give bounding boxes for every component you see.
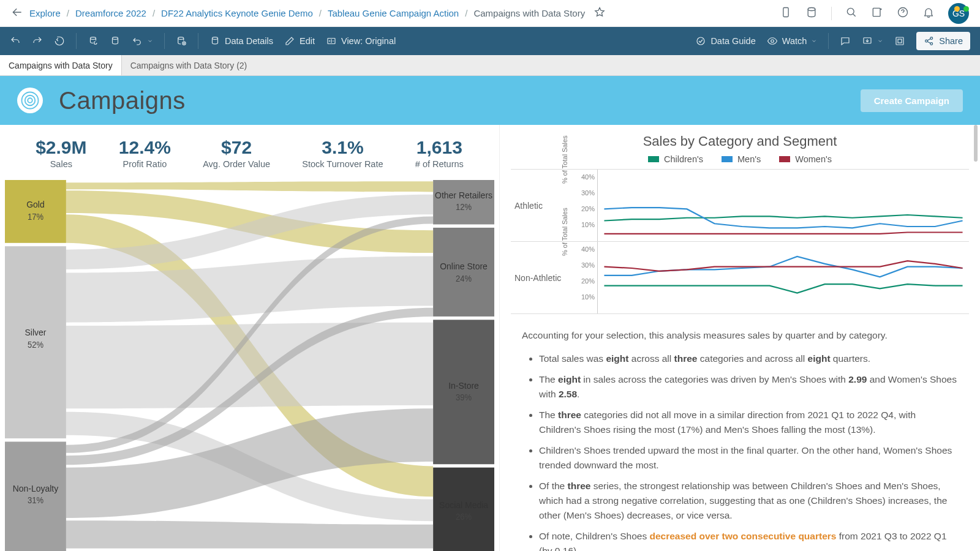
- breadcrumb-l2[interactable]: DF22 Analytics Keynote Genie Demo: [161, 8, 313, 18]
- kpi-3[interactable]: 3.1%Stock Turnover Rate: [302, 137, 383, 169]
- kpi-4[interactable]: 1,613# of Returns: [415, 137, 464, 169]
- chart-panel-1[interactable]: Non-Athletic % of Total Sales40%30%20%10…: [511, 242, 969, 314]
- svg-text:39%: 39%: [456, 393, 472, 403]
- svg-rect-37: [433, 320, 494, 464]
- tab-2[interactable]: Campaigns with Data Story (2): [122, 55, 256, 75]
- svg-text:31%: 31%: [28, 496, 43, 506]
- chart-title: Sales by Category and Segment: [511, 133, 969, 149]
- tab-1[interactable]: Campaigns with Data Story: [0, 55, 122, 75]
- scrollbar[interactable]: [974, 125, 978, 162]
- svg-text:Gold: Gold: [26, 200, 45, 210]
- watch-button[interactable]: Watch: [767, 36, 818, 47]
- pause-data-icon[interactable]: [110, 36, 121, 47]
- comment-icon[interactable]: [840, 36, 851, 47]
- svg-point-9: [213, 37, 218, 40]
- svg-text:In-Store: In-Store: [448, 380, 479, 391]
- new-icon[interactable]: [871, 6, 883, 20]
- back-icon[interactable]: [11, 6, 23, 20]
- breadcrumb-explore[interactable]: Explore: [29, 8, 61, 18]
- svg-text:12%: 12%: [456, 202, 472, 212]
- svg-rect-0: [783, 8, 788, 17]
- svg-text:Online Store: Online Store: [440, 261, 488, 272]
- svg-text:Silver: Silver: [24, 328, 46, 338]
- legend-item[interactable]: Children's: [648, 154, 703, 164]
- sheet-tabs: Campaigns with Data Story Campaigns with…: [0, 55, 980, 76]
- svg-text:52%: 52%: [28, 340, 43, 350]
- story-bullet: The eight in sales across the categories…: [539, 372, 958, 402]
- svg-text:24%: 24%: [456, 274, 472, 283]
- svg-rect-15: [898, 39, 902, 43]
- data-story: Accounting for your selection, this anal…: [511, 314, 969, 551]
- share-button[interactable]: Share: [916, 32, 970, 50]
- svg-point-19: [22, 92, 39, 109]
- svg-rect-14: [896, 37, 903, 45]
- redo-icon[interactable]: [32, 36, 43, 47]
- replay-icon[interactable]: [132, 36, 153, 47]
- notifications-icon[interactable]: [922, 6, 935, 20]
- page-title: Campaigns: [59, 87, 186, 114]
- kpi-2[interactable]: $72Avg. Order Value: [203, 137, 270, 169]
- sankey-chart[interactable]: Gold17% Silver52% Non-Loyalty31% Other R…: [5, 180, 494, 551]
- svg-point-5: [91, 37, 96, 40]
- story-bullet: Of note, Children's Shoes decreased over…: [539, 529, 958, 551]
- svg-point-7: [178, 37, 184, 40]
- story-intro: Accounting for your selection, this anal…: [522, 328, 958, 343]
- right-pane: Sales by Category and Segment Children's…: [499, 125, 980, 551]
- new-datasource-icon[interactable]: [176, 36, 187, 47]
- svg-point-1: [808, 8, 815, 11]
- chart-legend: Children'sMen'sWomen's: [511, 154, 969, 164]
- svg-text:Other Retailers: Other Retailers: [435, 190, 492, 201]
- view-button[interactable]: View: Original: [326, 36, 396, 47]
- undo-icon[interactable]: [10, 36, 21, 47]
- svg-point-11: [697, 37, 704, 45]
- database-icon[interactable]: [805, 6, 818, 20]
- svg-point-2: [847, 8, 854, 15]
- create-campaign-button[interactable]: Create Campaign: [861, 89, 963, 112]
- svg-rect-22: [5, 180, 66, 243]
- svg-point-21: [28, 98, 32, 103]
- fullscreen-icon[interactable]: [894, 36, 905, 47]
- svg-rect-3: [873, 8, 880, 16]
- svg-text:17%: 17%: [28, 212, 43, 222]
- download-icon[interactable]: [862, 36, 883, 47]
- svg-text:26%: 26%: [456, 512, 472, 522]
- story-bullet: Of the three series, the strongest relat…: [539, 479, 958, 523]
- refresh-data-icon[interactable]: [88, 36, 99, 47]
- svg-text:Non-Loyalty: Non-Loyalty: [13, 483, 59, 493]
- story-bullet: The three categories did not all move in…: [539, 408, 958, 437]
- breadcrumb-l1[interactable]: Dreamforce 2022: [75, 8, 146, 18]
- breadcrumb-bar: Explore/ Dreamforce 2022/ DF22 Analytics…: [0, 0, 980, 27]
- dashboard-logo-icon: [17, 88, 43, 113]
- search-icon[interactable]: [845, 6, 858, 20]
- favorite-icon[interactable]: [594, 6, 606, 20]
- revert-icon[interactable]: [54, 36, 65, 47]
- left-pane: $2.9MSales12.4%Profit Ratio$72Avg. Order…: [0, 125, 499, 551]
- legend-item[interactable]: Men's: [722, 154, 761, 164]
- breadcrumb-current: Campaigns with Data Story: [473, 8, 585, 18]
- edit-button[interactable]: Edit: [284, 36, 315, 47]
- svg-point-6: [113, 37, 118, 40]
- help-icon[interactable]: [897, 6, 909, 20]
- kpi-1[interactable]: 12.4%Profit Ratio: [119, 137, 171, 169]
- story-bullet: Total sales was eight across all three c…: [539, 351, 958, 366]
- dashboard-header: Campaigns Create Campaign: [0, 76, 980, 125]
- story-bullet: Children's Shoes trended upward the most…: [539, 443, 958, 473]
- legend-item[interactable]: Women's: [779, 154, 832, 164]
- data-guide-button[interactable]: Data Guide: [695, 36, 755, 47]
- device-icon[interactable]: [780, 6, 792, 20]
- toolbar: Data Details Edit View: Original Data Gu…: [0, 27, 980, 55]
- data-details-button[interactable]: Data Details: [209, 36, 273, 47]
- chart-panel-0[interactable]: Athletic % of Total Sales40%30%20%10%: [511, 170, 969, 242]
- svg-point-20: [25, 96, 36, 106]
- kpi-0[interactable]: $2.9MSales: [36, 137, 86, 169]
- breadcrumb-l3[interactable]: Tableau Genie Campaign Action: [328, 8, 459, 18]
- svg-point-12: [771, 40, 774, 43]
- svg-rect-34: [433, 228, 494, 317]
- svg-text:Social Media: Social Media: [439, 500, 489, 510]
